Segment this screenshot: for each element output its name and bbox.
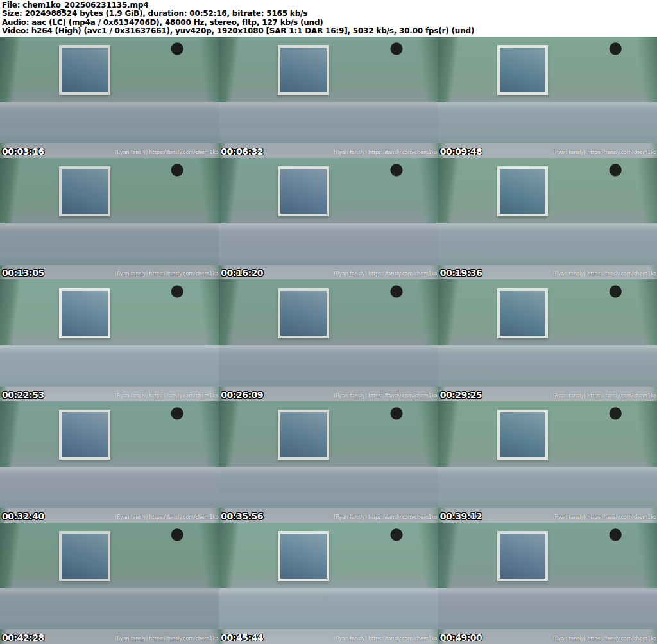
watermark-text: (Ryan fansly) https://fansly.com/chem1ko [115,636,218,641]
metadata-file-line: File: chem1ko_202506231135.mp4 [2,1,657,10]
timestamp-overlay: 00:45:44 [221,632,263,643]
watermark-text: (Ryan fansly) https://fansly.com/chem1ko [553,150,656,155]
watermark-text: (Ryan fansly) https://fansly.com/chem1ko [334,636,437,641]
timestamp-overlay: 00:03:16 [2,146,44,157]
watermark-text: (Ryan fansly) https://fansly.com/chem1ko [553,514,656,520]
video-thumbnail: 00:49:00 (Ryan fansly) https://fansly.co… [438,523,657,644]
timestamp-overlay: 00:29:25 [440,390,482,400]
thumbnail-placeholder-image [438,523,657,644]
metadata-video-line: Video: h264 (High) (avc1 / 0x31637661), … [2,27,657,35]
thumbnail-placeholder-image [0,523,219,644]
watermark-text: (Ryan fansly) https://fansly.com/chem1ko [334,271,437,277]
video-thumbnail: 00:26:09 (Ryan fansly) https://fansly.co… [219,279,438,401]
watermark-text: (Ryan fansly) https://fansly.com/chem1ko [115,514,218,520]
thumbnail-placeholder-image [219,37,438,158]
timestamp-overlay: 00:22:53 [2,390,44,400]
file-metadata-header: File: chem1ko_202506231135.mp4 Size: 202… [0,0,657,37]
timestamp-overlay: 00:49:00 [440,632,482,643]
watermark-text: (Ryan fansly) https://fansly.com/chem1ko [553,271,656,277]
video-thumbnail: 00:39:12 (Ryan fansly) https://fansly.co… [438,401,657,523]
video-thumbnail: 00:29:25 (Ryan fansly) https://fansly.co… [438,279,657,401]
thumbnail-placeholder-image [438,158,657,279]
thumbnail-placeholder-image [0,37,219,158]
metadata-size-line: Size: 2024988524 bytes (1.9 GiB), durati… [2,10,657,18]
timestamp-overlay: 00:13:05 [2,268,44,278]
timestamp-overlay: 00:39:12 [440,511,482,521]
thumbnail-placeholder-image [438,401,657,523]
video-thumbnail: 00:13:05 (Ryan fansly) https://fansly.co… [0,158,219,279]
thumbnail-placeholder-image [219,523,438,644]
watermark-text: (Ryan fansly) https://fansly.com/chem1ko [334,514,437,520]
metadata-audio-line: Audio: aac (LC) (mp4a / 0x6134706D), 480… [2,19,657,27]
thumbnail-placeholder-image [438,37,657,158]
thumbnail-placeholder-image [0,279,219,401]
timestamp-overlay: 00:16:20 [221,268,263,278]
timestamp-overlay: 00:09:48 [440,146,482,157]
timestamp-overlay: 00:42:28 [2,632,44,643]
thumbnail-placeholder-image [219,401,438,523]
thumbnail-placeholder-image [0,158,219,279]
thumbnail-placeholder-image [0,401,219,523]
video-thumbnail: 00:45:44 (Ryan fansly) https://fansly.co… [219,523,438,644]
timestamp-overlay: 00:35:56 [221,511,263,521]
watermark-text: (Ryan fansly) https://fansly.com/chem1ko [115,393,218,399]
watermark-text: (Ryan fansly) https://fansly.com/chem1ko [553,393,656,399]
watermark-text: (Ryan fansly) https://fansly.com/chem1ko [334,393,437,399]
thumbnail-contact-sheet: 00:03:16 (Ryan fansly) https://fansly.co… [0,37,657,644]
video-thumbnail: 00:06:32 (Ryan fansly) https://fansly.co… [219,37,438,158]
timestamp-overlay: 00:06:32 [221,146,263,157]
video-thumbnail: 00:42:28 (Ryan fansly) https://fansly.co… [0,523,219,644]
video-thumbnail: 00:09:48 (Ryan fansly) https://fansly.co… [438,37,657,158]
thumbnail-placeholder-image [438,279,657,401]
watermark-text: (Ryan fansly) https://fansly.com/chem1ko [115,150,218,155]
watermark-text: (Ryan fansly) https://fansly.com/chem1ko [334,150,437,155]
thumbnail-placeholder-image [219,279,438,401]
watermark-text: (Ryan fansly) https://fansly.com/chem1ko [553,636,656,641]
video-thumbnail: 00:16:20 (Ryan fansly) https://fansly.co… [219,158,438,279]
timestamp-overlay: 00:26:09 [221,390,263,400]
video-thumbnail: 00:22:53 (Ryan fansly) https://fansly.co… [0,279,219,401]
video-thumbnail: 00:35:56 (Ryan fansly) https://fansly.co… [219,401,438,523]
thumbnail-placeholder-image [219,158,438,279]
video-thumbnail: 00:32:40 (Ryan fansly) https://fansly.co… [0,401,219,523]
watermark-text: (Ryan fansly) https://fansly.com/chem1ko [115,271,218,277]
video-thumbnail: 00:03:16 (Ryan fansly) https://fansly.co… [0,37,219,158]
timestamp-overlay: 00:19:36 [440,268,482,278]
video-thumbnail: 00:19:36 (Ryan fansly) https://fansly.co… [438,158,657,279]
timestamp-overlay: 00:32:40 [2,511,44,521]
